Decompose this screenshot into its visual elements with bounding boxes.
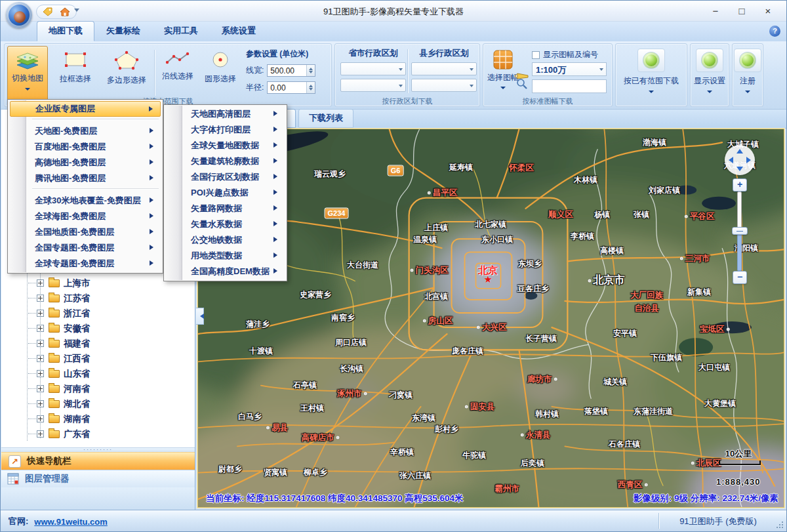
expand-plus-icon[interactable]: [37, 325, 44, 332]
submenu-item[interactable]: 全球矢量地图数据: [166, 138, 285, 153]
tree-item-province[interactable]: 江苏省: [1, 291, 195, 306]
expand-plus-icon[interactable]: [37, 385, 44, 392]
tree-item-province[interactable]: 河南省: [1, 381, 195, 396]
pan-left-icon[interactable]: [729, 157, 733, 163]
submenu-arrow-icon: [273, 111, 280, 116]
menu-item[interactable]: 企业版专属图层: [10, 101, 161, 117]
submenu-item[interactable]: 全国行政区划数据: [166, 169, 285, 185]
submenu-item[interactable]: 用地类型数据: [166, 248, 285, 264]
sheet-scale-combo[interactable]: 1:100万: [532, 62, 607, 76]
expand-plus-icon[interactable]: [37, 355, 44, 362]
folder-icon: [49, 325, 60, 333]
polygon-select-button[interactable]: 多边形选择: [100, 46, 153, 100]
expand-plus-icon[interactable]: [37, 279, 44, 287]
register-button[interactable]: 注册: [733, 44, 763, 106]
tree-item-province[interactable]: 江西省: [1, 351, 195, 366]
tree-item-province[interactable]: 湖南省: [1, 411, 195, 426]
app-logo-icon[interactable]: [6, 2, 32, 28]
tree-item-province[interactable]: 湖北省: [1, 396, 195, 411]
map-tab[interactable]: 下载列表: [298, 109, 353, 128]
close-button[interactable]: ×: [755, 1, 781, 20]
magnifier-icon[interactable]: [516, 78, 528, 92]
menu-item[interactable]: 百度地图-免费图层: [10, 139, 161, 155]
show-sheet-checkbox[interactable]: [532, 51, 540, 59]
province-combo-1[interactable]: [340, 62, 406, 75]
chevron-down-icon: [599, 68, 603, 73]
help-icon[interactable]: [769, 26, 780, 37]
panel-splitter[interactable]: ·········: [1, 447, 195, 452]
display-settings-button[interactable]: 显示设置: [691, 44, 729, 106]
layer-manager-bar[interactable]: 图层管理器: [1, 470, 195, 487]
tree-item-province[interactable]: 山东省: [1, 366, 195, 381]
submenu-item[interactable]: 矢量建筑轮廓数据: [166, 153, 285, 169]
submenu-item[interactable]: 大字体打印图层: [166, 122, 285, 138]
expand-plus-icon[interactable]: [37, 370, 44, 377]
submenu-item[interactable]: POI兴趣点数据: [166, 185, 285, 201]
spin-down-icon[interactable]: [309, 71, 313, 75]
map-layers-icon: [16, 52, 39, 70]
home-icon[interactable]: [59, 7, 71, 17]
ribbon-group-display-settings: 显示设置: [690, 43, 729, 107]
submenu-item[interactable]: 矢量路网数据: [166, 201, 285, 216]
menu-item[interactable]: 全球专题图-免费图层: [10, 256, 161, 272]
province-combo-2[interactable]: [340, 79, 406, 92]
expand-plus-icon[interactable]: [37, 295, 44, 302]
ribbon-group-admin-division: 省市行政区划 县乡行政区划 按行政区划下载: [334, 43, 480, 107]
ribbon-tab[interactable]: 系统设置: [210, 21, 268, 41]
spin-down-icon[interactable]: [309, 88, 313, 92]
submenu-item[interactable]: 全国高精度DEM数据: [166, 264, 285, 279]
ribbon-tab[interactable]: 矢量标绘: [94, 21, 152, 41]
spin-up-icon[interactable]: [309, 66, 313, 70]
menu-item[interactable]: 全国专题图-免费图层: [10, 240, 161, 256]
ribbon-tab[interactable]: 地图下载: [37, 21, 94, 41]
menu-item[interactable]: 全球海图-免费图层: [10, 209, 161, 224]
county-combo-1[interactable]: [411, 62, 477, 75]
menu-item[interactable]: 全国地质图-免费图层: [10, 224, 161, 240]
pan-up-icon[interactable]: [737, 149, 743, 153]
submenu-item[interactable]: 矢量水系数据: [166, 216, 285, 232]
county-combo-2[interactable]: [411, 79, 477, 92]
circle-select-button[interactable]: 圆形选择: [199, 46, 241, 100]
tree-item-province[interactable]: 安徽省: [1, 321, 195, 336]
menu-item[interactable]: 天地图-免费图层: [10, 123, 161, 139]
menu-item[interactable]: 腾讯地图-免费图层: [10, 171, 161, 186]
sheet-number-input[interactable]: [532, 79, 607, 93]
quick-access-dropdown-icon[interactable]: [74, 9, 79, 14]
menu-item[interactable]: [10, 188, 161, 193]
pan-down-icon[interactable]: [737, 167, 743, 171]
minimize-button[interactable]: −: [702, 1, 729, 20]
expand-plus-icon[interactable]: [37, 415, 44, 422]
resize-grip[interactable]: [777, 522, 784, 529]
menu-item[interactable]: 高德地图-免费图层: [10, 155, 161, 171]
submenu-item[interactable]: 天地图高清图层: [166, 106, 285, 122]
pan-control[interactable]: [725, 145, 755, 175]
pan-right-icon[interactable]: [746, 157, 751, 163]
zoom-out-button[interactable]: −: [733, 271, 747, 284]
expand-plus-icon[interactable]: [37, 340, 44, 347]
expand-plus-icon[interactable]: [37, 400, 44, 407]
zoom-in-button[interactable]: +: [733, 178, 747, 192]
tree-item-province[interactable]: 浙江省: [1, 306, 195, 321]
download-by-existing-range-button[interactable]: 按已有范围下载: [616, 44, 687, 106]
spin-up-icon[interactable]: [309, 83, 313, 87]
switch-map-button[interactable]: 切换地图: [7, 46, 48, 104]
radius-spinner[interactable]: 0.00: [267, 81, 315, 94]
expand-plus-icon[interactable]: [37, 430, 44, 438]
sidebar-collapse-button[interactable]: [196, 308, 204, 325]
menu-item[interactable]: 全球30米地表覆盖-免费图层: [10, 193, 161, 209]
website-link[interactable]: www.91weitu.com: [34, 517, 108, 527]
line-select-button[interactable]: 沿线选择: [156, 46, 199, 100]
expand-plus-icon[interactable]: [37, 310, 44, 317]
ribbon-tab[interactable]: 实用工具: [152, 21, 210, 41]
zoom-slider-handle[interactable]: [732, 227, 748, 235]
ribbon-tab-row: 地图下载矢量标绘实用工具系统设置: [1, 22, 786, 41]
tree-item-province[interactable]: 福建省: [1, 336, 195, 351]
quick-nav-bar[interactable]: 快速导航栏: [1, 452, 195, 470]
submenu-item[interactable]: 公交地铁数据: [166, 232, 285, 248]
maximize-button[interactable]: □: [729, 1, 755, 20]
line-width-spinner[interactable]: 500.00: [267, 64, 315, 77]
rect-select-button[interactable]: 拉框选择: [50, 46, 100, 100]
tree-item-province[interactable]: 广东省: [1, 426, 195, 441]
menu-item[interactable]: [10, 119, 161, 123]
tag-icon[interactable]: [42, 7, 54, 17]
